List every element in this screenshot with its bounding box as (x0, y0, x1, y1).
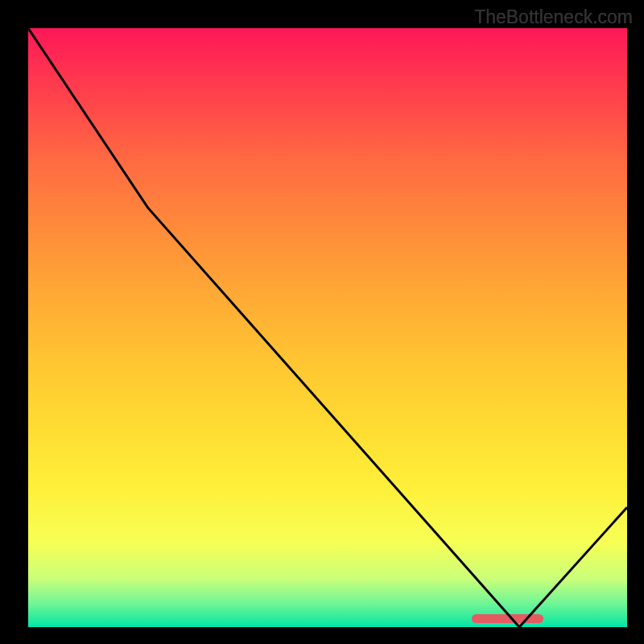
chart-area (28, 28, 627, 627)
border-right (627, 0, 644, 644)
border-left (0, 0, 28, 644)
watermark-text-overlay: TheBottleneck.com (474, 6, 633, 28)
border-bottom (0, 627, 644, 644)
bottleneck-curve (28, 28, 627, 627)
